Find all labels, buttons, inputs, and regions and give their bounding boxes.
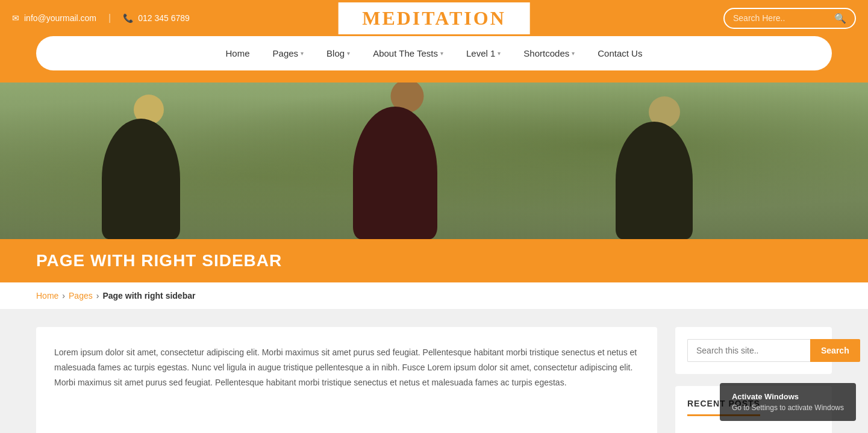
page-title: PAGE WITH RIGHT SIDEBAR bbox=[36, 251, 832, 270]
chevron-down-icon: ▾ bbox=[572, 50, 575, 57]
top-search: 🔍 bbox=[723, 8, 868, 29]
sidebar-search-input[interactable] bbox=[687, 339, 810, 362]
nav-bar-wrapper: Home Pages ▾ Blog ▾ About The Tests ▾ Le… bbox=[0, 36, 868, 83]
activate-title: Activate Windows bbox=[732, 392, 844, 401]
activate-windows-overlay: Activate Windows Go to Settings to activ… bbox=[720, 383, 856, 421]
email-address: info@yourmail.com bbox=[24, 13, 96, 23]
monk-body-right bbox=[616, 122, 693, 239]
chevron-down-icon: ▾ bbox=[301, 50, 304, 57]
phone-contact: 📞 012 345 6789 bbox=[123, 13, 190, 23]
sidebar-search-widget: Search bbox=[675, 327, 832, 374]
body-text: Lorem ipsum dolor sit amet, consectetur … bbox=[54, 345, 639, 391]
monk-body-center bbox=[353, 107, 437, 239]
nav-pages[interactable]: Pages ▾ bbox=[264, 45, 313, 62]
search-icon[interactable]: 🔍 bbox=[834, 13, 846, 24]
nav-blog[interactable]: Blog ▾ bbox=[318, 45, 358, 62]
divider: | bbox=[108, 13, 111, 23]
top-bar-left: ✉ info@yourmail.com | 📞 012 345 6789 bbox=[0, 0, 190, 36]
content-area: Lorem ipsum dolor sit amet, consectetur … bbox=[36, 327, 657, 433]
hero-image bbox=[0, 83, 868, 239]
chevron-down-icon: ▾ bbox=[347, 50, 350, 57]
breadcrumb: Home › Pages › Page with right sidebar bbox=[0, 282, 868, 309]
nav-level1[interactable]: Level 1 ▾ bbox=[458, 45, 509, 62]
nav-shortcodes[interactable]: Shortcodes ▾ bbox=[515, 45, 583, 62]
monk-right bbox=[643, 101, 740, 239]
breadcrumb-pages[interactable]: Pages bbox=[69, 291, 93, 301]
sidebar-search-button[interactable]: Search bbox=[810, 339, 860, 362]
email-icon: ✉ bbox=[12, 13, 19, 23]
phone-icon: 📞 bbox=[123, 13, 133, 23]
email-contact: ✉ info@yourmail.com bbox=[12, 13, 96, 23]
search-input-top[interactable] bbox=[733, 13, 829, 23]
breadcrumb-home[interactable]: Home bbox=[36, 291, 58, 301]
site-title: MEDITATION bbox=[362, 7, 506, 30]
chevron-down-icon: ▾ bbox=[440, 50, 443, 57]
nav-about-tests[interactable]: About The Tests ▾ bbox=[364, 45, 452, 62]
phone-number: 012 345 6789 bbox=[138, 13, 190, 23]
hero-content bbox=[0, 83, 868, 239]
breadcrumb-sep-2: › bbox=[96, 291, 99, 301]
activate-subtitle: Go to Settings to activate Windows bbox=[732, 403, 844, 412]
nav-home[interactable]: Home bbox=[217, 45, 258, 62]
nav-contact[interactable]: Contact Us bbox=[589, 45, 651, 62]
chevron-down-icon: ▾ bbox=[498, 50, 501, 57]
monk-left bbox=[129, 101, 225, 239]
site-logo: MEDITATION bbox=[338, 2, 530, 34]
monk-center bbox=[386, 101, 482, 239]
breadcrumb-sep-1: › bbox=[62, 291, 65, 301]
breadcrumb-current: Page with right sidebar bbox=[102, 291, 195, 301]
page-title-bar: PAGE WITH RIGHT SIDEBAR bbox=[0, 239, 868, 282]
top-bar: ✉ info@yourmail.com | 📞 012 345 6789 MED… bbox=[0, 0, 868, 36]
monk-body-left bbox=[102, 119, 180, 239]
nav-bar: Home Pages ▾ Blog ▾ About The Tests ▾ Le… bbox=[36, 36, 832, 70]
search-box-top[interactable]: 🔍 bbox=[723, 8, 856, 29]
